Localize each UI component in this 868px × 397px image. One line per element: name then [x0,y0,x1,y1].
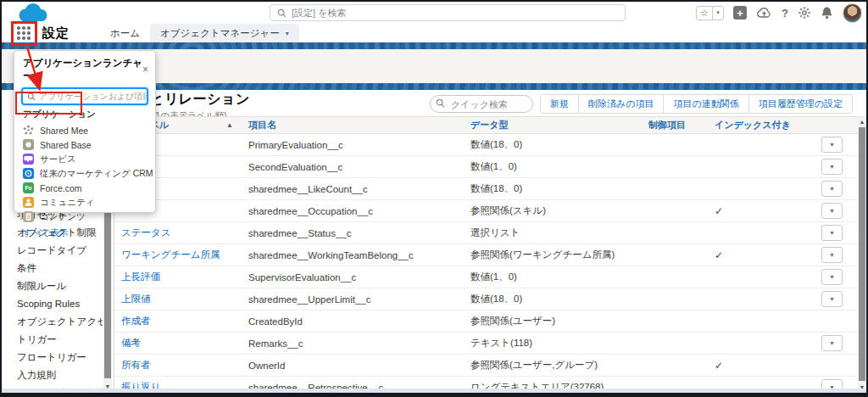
field-api-name: sharedmee__UpperLimit__c [242,294,464,305]
column-header[interactable]: 項目名 [242,119,464,131]
favorites-caret-icon[interactable]: ▾ [712,7,723,20]
favorites-split-button[interactable]: ☆ ▾ [696,6,724,20]
global-search[interactable] [270,4,626,21]
field-api-name: sharedmee__WorkingTeamBelong__c [242,250,464,260]
app-launcher-item-label: サービス [40,154,76,165]
app-launcher-item[interactable]: コンテンツ [14,210,155,224]
field-label-link[interactable]: 上長評価 [121,271,160,282]
help-icon[interactable]: ? [782,7,788,20]
field-data-type: 数値(18、0) [464,138,642,151]
field-label-link[interactable]: 上限値 [121,294,151,304]
setup-nav-bar: 設定 ホーム オブジェクトマネージャー ▾ [2,24,866,42]
field-label-link[interactable]: ワーキングチーム所属 [121,249,220,260]
row-actions-menu-button[interactable]: ▼ [821,247,843,263]
search-icon [436,98,445,108]
row-actions-menu-button[interactable]: ▼ [821,269,843,285]
field-api-name: SupervisorEvaluation__c [242,272,464,282]
field-api-name: CreatedById [242,316,464,327]
sidebar-item[interactable]: レコードタイプ [2,242,103,260]
setup-gear-icon[interactable] [798,6,811,20]
tab-home[interactable]: ホーム [100,24,150,42]
app-launcher-item-label: Shared Base [40,140,92,150]
field-api-name: sharedmee__LikeCount__c [242,184,464,194]
row-actions-menu-button[interactable]: ▼ [821,181,843,197]
salesforce-setup-screen: ☆ ▾ + ? [0,0,868,397]
column-header[interactable]: インデックス付き [708,119,803,131]
app-launcher-item[interactable]: Shared Base [14,137,155,152]
add-icon[interactable]: + [733,6,747,20]
table-header-row: 項目ラベル▲項目名データ型制御項目インデックス付き [114,116,858,134]
content-page-icon [23,211,34,222]
row-actions-menu-button[interactable]: ▼ [821,137,843,153]
field-label-link[interactable]: 備考 [121,338,141,348]
app-launcher-item-label: Shared Mee [40,126,88,136]
field-api-name: Remarks__c [242,338,464,349]
favorites-star-icon[interactable]: ☆ [697,7,712,20]
action-button-group: 新規削除済みの項目項目の連動関係項目履歴管理の設定 [540,94,853,114]
row-actions-menu-button[interactable]: ▼ [821,379,843,395]
table-row: sharedmee__LikeCount__c数値(18、0)▼ [114,178,858,200]
view-all-link[interactable]: すべて表示 [23,227,155,239]
row-actions-menu-button[interactable]: ▼ [821,225,843,241]
learning-cloud-icon[interactable] [756,7,772,19]
app-launcher-item[interactable]: Shared Mee [14,123,155,137]
table-row: SecondEvaluation__c数値(1、0)▼ [114,156,858,178]
table-row: 上限値sharedmee__UpperLimit__c数値(18、0)▼ [114,288,858,310]
field-data-type: 参照関係(ユーザー) [464,315,642,327]
fields-table: 項目ラベル▲項目名データ型制御項目インデックス付き PrimaryEvaluat… [114,116,858,393]
apps-section-label: アプリケーション [23,109,155,120]
row-actions-menu-button[interactable]: ▼ [821,291,843,307]
row-actions-menu-button[interactable]: ▼ [821,159,843,175]
app-launcher-search[interactable] [21,87,148,105]
app-launcher-item[interactable]: 従来のマーケティング CRM [14,166,155,181]
column-header[interactable]: データ型 [464,119,642,131]
table-row: 上長評価SupervisorEvaluation__c数値(1、0)▼ [114,266,858,288]
quick-find[interactable] [430,95,533,113]
app-launcher-search-input[interactable] [39,92,147,101]
app-launcher-item[interactable]: コミュニティ [14,195,155,210]
user-avatar[interactable] [843,3,862,23]
app-launcher-item[interactable]: サービス [14,152,155,166]
sidebar-item[interactable]: 入力規則 [2,366,103,384]
table-scroll-up-icon[interactable]: ▲ [858,116,866,126]
app-launcher-waffle-icon[interactable] [16,25,31,41]
app-launcher-item-label: コミュニティ [40,197,94,209]
field-label-link[interactable]: 所有者 [121,360,151,370]
app-launcher-item-label: 従来のマーケティング CRM [40,168,153,180]
field-data-type: 数値(18、0) [464,182,642,195]
action-button-2[interactable]: 項目の連動関係 [663,94,748,114]
tab-object-manager[interactable]: オブジェクトマネージャー ▾ [150,24,299,42]
global-search-input[interactable] [292,8,625,18]
row-actions-menu-button[interactable]: ▼ [821,335,843,351]
action-button-0[interactable]: 新規 [540,94,579,114]
sidebar-item[interactable]: フロートリガー [2,349,103,366]
sidebar-item[interactable]: Scoping Rules [2,295,103,313]
app-launcher-header: アプリケーションランチャー × [14,51,155,87]
community-person-icon [23,197,34,208]
indexed-check-icon: ✓ [715,205,723,217]
field-data-type: 数値(1、0) [464,160,642,173]
field-api-name: PrimaryEvaluation__c [242,140,464,150]
column-header[interactable]: 制御項目 [642,119,708,131]
app-launcher-item[interactable]: FoForce.com [14,181,155,195]
sidebar-item[interactable]: トリガー [2,331,103,349]
action-button-3[interactable]: 項目履歴管理の設定 [748,94,853,114]
app-launcher-item-label: コンテンツ [40,211,86,223]
notifications-bell-icon[interactable] [821,6,833,20]
table-scrollbar[interactable]: ▲ ▼ [858,116,866,393]
app-launcher-item-label: Force.com [40,183,82,193]
row-actions-menu-button[interactable]: ▼ [821,203,843,219]
sidebar-item[interactable]: 制限ルール [2,277,103,295]
sidebar-item[interactable]: 条件 [2,260,103,277]
field-api-name: sharedmee__Occupation__c [242,206,464,216]
field-label-link[interactable]: 作成者 [121,316,151,326]
sidebar-item[interactable]: オブジェクトアクセス [2,313,103,331]
shared-mee-icon [23,125,34,136]
table-scrollbar-thumb[interactable] [859,127,865,381]
table-row: ワーキングチーム所属sharedmee__WorkingTeamBelong__… [114,244,858,266]
action-button-1[interactable]: 削除済みの項目 [578,94,665,114]
quick-find-input[interactable] [430,95,533,113]
fields-content: 項目とリレーション 項目(項目の表示ラベル順) 新規削除済みの項目項目の連動関係… [114,90,866,393]
chevron-down-icon[interactable]: ▾ [286,30,289,37]
close-icon[interactable]: × [142,64,148,75]
